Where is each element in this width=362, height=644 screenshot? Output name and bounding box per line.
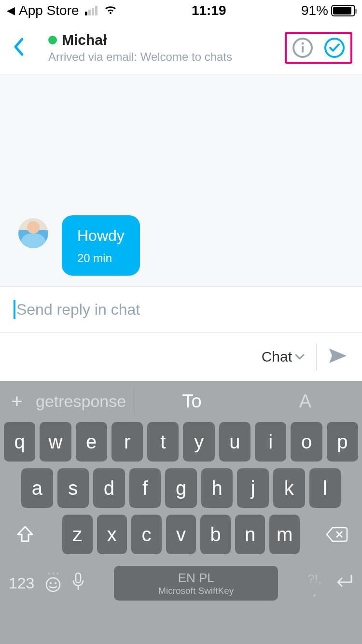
status-bar: ◀ App Store 11:19 91% [0,0,362,21]
key-h[interactable]: h [201,468,233,508]
key-row-1: q w e r t y u i o p [0,422,362,462]
status-right: 91% [301,3,355,18]
key-f[interactable]: f [129,468,161,508]
spacebar-key[interactable]: EN PL Microsoft SwiftKey [114,566,278,601]
cellular-signal-icon [85,6,97,15]
text-caret [14,300,15,319]
presence-dot-icon [48,36,57,44]
compose-toolbar: Chat [0,333,362,381]
key-z[interactable]: z [62,515,93,554]
reply-input-row[interactable] [0,286,362,333]
avatar[interactable] [18,218,48,248]
header-actions-highlight [285,32,352,64]
chat-thread[interactable]: Howdy 20 min [0,74,362,286]
contact-name: Michał [62,32,107,48]
compose-mode-dropdown[interactable]: Chat [262,349,305,365]
key-q[interactable]: q [4,422,35,462]
suggestion-2[interactable]: To [135,391,249,412]
backspace-icon [326,526,348,543]
back-button[interactable] [13,37,24,58]
key-j[interactable]: j [237,468,269,508]
svg-point-5 [50,582,52,584]
key-s[interactable]: s [57,468,89,508]
mic-key[interactable] [72,572,84,594]
svg-rect-2 [302,46,304,53]
message-text: Howdy [77,227,125,245]
svg-rect-7 [76,573,81,583]
compose-mode-label: Chat [262,349,292,365]
header-subtitle: Arrived via email: Welcome to chats [48,50,285,64]
shift-icon [16,526,34,543]
key-n[interactable]: n [235,515,265,554]
key-m[interactable]: m [269,515,300,554]
key-b[interactable]: b [200,515,231,554]
suggestion-bar: + getresponse To A [0,381,362,422]
enter-icon [332,574,353,591]
key-d[interactable]: d [93,468,125,508]
key-g[interactable]: g [165,468,197,508]
numeric-key[interactable]: 123 [9,574,34,592]
keyboard-lang: EN PL [178,571,214,586]
chevron-left-icon [13,37,24,56]
emoji-icon [45,576,61,593]
svg-point-6 [55,582,56,584]
chevron-down-icon [295,353,305,360]
reply-input[interactable] [16,301,348,319]
send-button[interactable] [328,348,348,366]
status-time: 11:19 [192,3,226,18]
svg-point-1 [302,42,304,44]
key-t[interactable]: t [147,422,179,462]
key-k[interactable]: k [273,468,305,508]
status-left[interactable]: ◀ App Store [7,3,117,18]
backspace-key[interactable] [316,515,358,554]
key-v[interactable]: v [166,515,196,554]
emoji-key[interactable]: • • • [45,570,61,597]
key-x[interactable]: x [97,515,127,554]
chat-header: Michał Arrived via email: Welcome to cha… [0,21,362,74]
key-i[interactable]: i [255,422,286,462]
punct-bot: . [307,585,321,594]
key-p[interactable]: p [327,422,358,462]
suggestion-1[interactable]: getresponse [34,387,135,416]
suggestion-3[interactable]: A [249,391,362,412]
wifi-icon [104,3,117,18]
header-title-block[interactable]: Michał Arrived via email: Welcome to cha… [24,32,285,64]
key-r[interactable]: r [111,422,143,462]
key-a[interactable]: a [21,468,53,508]
keyboard[interactable]: + getresponse To A q w e r t y u i o p a… [0,381,362,644]
key-o[interactable]: o [291,422,322,462]
message-row: Howdy 20 min [18,215,140,276]
enter-key[interactable] [332,574,353,593]
resolve-check-icon[interactable] [323,37,346,59]
key-c[interactable]: c [131,515,162,554]
punctuation-key[interactable]: ?!, . [307,573,321,594]
svg-point-4 [46,578,60,591]
battery-icon [331,5,355,16]
key-y[interactable]: y [183,422,214,462]
key-row-3: z x c v b n m [0,515,362,554]
key-l[interactable]: l [309,468,341,508]
mic-icon [72,572,84,590]
message-time: 20 min [77,252,125,265]
key-u[interactable]: u [219,422,251,462]
info-icon[interactable] [292,37,314,59]
key-row-2: a s d f g h j k l [0,468,362,508]
battery-percent: 91% [301,3,328,18]
message-bubble[interactable]: Howdy 20 min [62,215,140,276]
shift-key[interactable] [4,515,46,554]
back-to-app-label[interactable]: App Store [19,3,79,18]
divider [316,343,317,370]
key-row-bottom: 123 • • • EN PL Microsoft SwiftKey ?!, . [0,561,362,605]
key-w[interactable]: w [40,422,71,462]
keyboard-brand: Microsoft SwiftKey [158,586,234,596]
back-to-app-icon[interactable]: ◀ [7,4,15,17]
send-icon [328,348,348,364]
keyboard-plus-button[interactable]: + [0,391,34,412]
key-e[interactable]: e [76,422,107,462]
